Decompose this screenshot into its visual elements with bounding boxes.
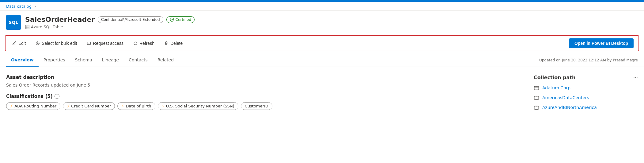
classification-dob-label: Date of Birth (126, 104, 151, 108)
collection-link-0[interactable]: Adatum Corp (542, 85, 570, 90)
asset-header: SQL SalesOrderHeader Confidential\Micros… (0, 11, 644, 33)
delete-button[interactable]: Delete (162, 40, 184, 47)
svg-rect-0 (25, 25, 29, 29)
header-subtitle: Azure SQL Table (25, 25, 195, 29)
bulk-edit-icon (36, 41, 40, 45)
collection-path-header: Collection path ··· (534, 74, 638, 81)
breadcrumb-link[interactable]: Data catalog (6, 4, 32, 9)
lightning-icon: ⚡ (67, 104, 70, 108)
collection-folder-icon-0 (534, 85, 539, 91)
collection-more-button[interactable]: ··· (633, 74, 638, 81)
breadcrumb: Data catalog › (0, 2, 644, 11)
collection-item-0: Adatum Corp (534, 85, 638, 91)
collection-link-2[interactable]: AzureAndBINorthAmerica (542, 105, 597, 110)
collection-item-1: AmericasDataCenters (534, 95, 638, 100)
lightning-icon: ⚡ (162, 104, 165, 108)
classification-aba-label: ABA Routing Number (14, 104, 56, 108)
asset-type-label: Azure SQL Table (31, 25, 63, 29)
certified-badge: Certified (166, 16, 195, 23)
edit-label: Edit (18, 41, 26, 46)
bulk-edit-label: Select for bulk edit (42, 41, 77, 46)
collection-folder-icon-2 (534, 105, 539, 110)
refresh-button[interactable]: Refresh (131, 40, 156, 47)
table-icon (25, 25, 29, 29)
classifications-count: (5) (45, 94, 53, 99)
breadcrumb-separator: › (34, 4, 36, 9)
collection-folder-icon-1 (534, 95, 539, 100)
classification-aba: ⚡ ABA Routing Number (6, 102, 60, 110)
header-info: SalesOrderHeader Confidential\Microsoft … (25, 16, 195, 29)
classifications-list: ⚡ ABA Routing Number ⚡ Credit Card Numbe… (6, 102, 521, 110)
content-area: Asset description Sales Order Records up… (0, 67, 644, 122)
tab-contacts[interactable]: Contacts (124, 54, 153, 67)
refresh-label: Refresh (139, 41, 154, 46)
collection-item-2: AzureAndBINorthAmerica (534, 105, 638, 110)
tab-overview[interactable]: Overview (6, 54, 39, 67)
delete-label: Delete (170, 41, 183, 46)
collection-link-1[interactable]: AmericasDataCenters (542, 95, 589, 100)
refresh-icon (133, 41, 138, 45)
asset-description-title: Asset description (6, 74, 521, 80)
tab-schema[interactable]: Schema (70, 54, 97, 67)
tabs-bar: Overview Properties Schema Lineage Conta… (0, 54, 644, 67)
edit-button[interactable]: Edit (10, 40, 28, 47)
collection-path-title: Collection path (534, 75, 575, 80)
classification-ccn-label: Credit Card Number (71, 104, 111, 108)
certified-icon (170, 17, 174, 22)
lightning-icon: ⚡ (10, 104, 13, 108)
edit-icon (12, 41, 17, 45)
header-title-row: SalesOrderHeader Confidential\Microsoft … (25, 16, 195, 23)
classifications-title: Classifications (6, 94, 44, 99)
lightning-icon: ⚡ (121, 104, 124, 108)
action-bar-buttons: Edit Select for bulk edit Request access… (10, 40, 184, 47)
classification-dob: ⚡ Date of Birth (117, 102, 155, 110)
action-bar: Edit Select for bulk edit Request access… (5, 35, 639, 51)
bulk-edit-button[interactable]: Select for bulk edit (34, 40, 79, 47)
open-pbi-button[interactable]: Open in Power BI Desktop (569, 38, 634, 48)
asset-description-text: Sales Order Records updated on June 5 (6, 83, 521, 87)
updated-info: Updated on June 20, 2022 12:12 AM by Pra… (539, 58, 638, 62)
classification-customerid: CustomerID (241, 102, 272, 110)
asset-title: SalesOrderHeader (25, 16, 95, 23)
certified-label: Certified (176, 17, 191, 22)
tab-properties[interactable]: Properties (39, 54, 70, 67)
request-access-icon (87, 41, 91, 45)
classifications-header: Classifications (5) i (6, 94, 521, 99)
classification-ssn: ⚡ U.S. Social Security Number (SSN) (158, 102, 238, 110)
svg-rect-7 (87, 42, 91, 45)
delete-icon (164, 41, 169, 45)
sql-icon: SQL (6, 15, 21, 30)
tabs-left: Overview Properties Schema Lineage Conta… (6, 54, 179, 67)
classifications-info-icon[interactable]: i (55, 94, 59, 99)
classification-customerid-label: CustomerID (245, 104, 268, 108)
request-access-label: Request access (93, 41, 123, 46)
tab-related[interactable]: Related (153, 54, 179, 67)
classification-ssn-label: U.S. Social Security Number (SSN) (166, 104, 234, 108)
tab-lineage[interactable]: Lineage (97, 54, 124, 67)
classification-ccn: ⚡ Credit Card Number (63, 102, 115, 110)
content-left: Asset description Sales Order Records up… (6, 74, 521, 114)
content-right: Collection path ··· Adatum Corp Americas… (534, 74, 638, 114)
sensitivity-badge: Confidential\Microsoft Extended (98, 16, 163, 23)
request-access-button[interactable]: Request access (85, 40, 125, 47)
